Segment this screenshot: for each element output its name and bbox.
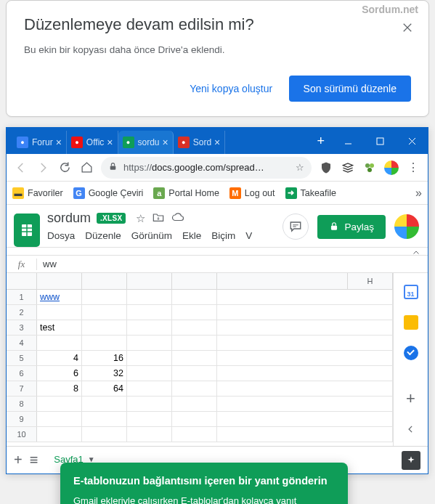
spreadsheet-grid[interactable]: H 1www23test45416663278648910 xyxy=(7,273,393,446)
menu-item[interactable]: Ekle xyxy=(182,230,201,241)
star-icon[interactable]: ☆ xyxy=(136,212,145,225)
cell[interactable] xyxy=(82,336,127,350)
explore-button[interactable] xyxy=(402,451,420,470)
cell[interactable] xyxy=(348,427,393,442)
cell[interactable]: 8 xyxy=(37,381,82,396)
cell[interactable] xyxy=(348,381,393,396)
cell[interactable] xyxy=(127,336,172,350)
cell[interactable] xyxy=(172,290,217,304)
browser-tab[interactable]: ●Forur× xyxy=(12,131,67,154)
row-header[interactable]: 4 xyxy=(7,336,37,350)
cell[interactable] xyxy=(172,381,217,396)
cell[interactable] xyxy=(217,366,348,381)
close-tab-icon[interactable]: × xyxy=(163,137,168,148)
browser-menu-button[interactable]: ⋮ xyxy=(403,158,423,178)
cell[interactable] xyxy=(217,320,348,335)
row-header[interactable]: 6 xyxy=(7,366,37,381)
cell[interactable] xyxy=(348,397,393,411)
cell[interactable] xyxy=(82,397,127,411)
star-icon[interactable]: ☆ xyxy=(296,162,304,173)
close-tab-icon[interactable]: × xyxy=(56,137,62,148)
cell[interactable] xyxy=(127,366,172,381)
reload-button[interactable] xyxy=(54,158,75,178)
cell[interactable] xyxy=(127,351,172,365)
keep-icon[interactable] xyxy=(404,315,418,330)
column-header[interactable] xyxy=(217,273,348,289)
row-header[interactable]: 7 xyxy=(7,381,37,396)
extension-icon[interactable] xyxy=(362,160,378,176)
cell[interactable] xyxy=(82,290,127,304)
cell[interactable] xyxy=(217,305,348,320)
close-tab-icon[interactable]: × xyxy=(214,137,220,148)
address-bar[interactable]: https://docs.google.com/spread… ☆ xyxy=(101,157,312,179)
cell[interactable] xyxy=(217,397,348,411)
column-header[interactable] xyxy=(37,273,82,289)
cell[interactable] xyxy=(127,427,172,442)
new-copy-button[interactable]: Yeni kopya oluştur xyxy=(179,76,282,102)
cell[interactable] xyxy=(348,320,393,335)
cell[interactable] xyxy=(172,366,217,381)
cell[interactable] xyxy=(82,305,127,320)
share-button[interactable]: Paylaş xyxy=(317,215,386,239)
cell[interactable] xyxy=(217,381,348,396)
menu-item[interactable]: Görünüm xyxy=(131,230,172,241)
row-header[interactable]: 10 xyxy=(7,427,37,442)
cell[interactable] xyxy=(217,412,348,426)
cell[interactable]: www xyxy=(37,290,82,304)
column-header[interactable] xyxy=(127,273,172,289)
cell[interactable] xyxy=(127,381,172,396)
close-tab-icon[interactable]: × xyxy=(107,137,113,148)
collapse-panel-icon[interactable] xyxy=(406,424,416,437)
new-tab-button[interactable]: + xyxy=(309,129,332,153)
cell[interactable] xyxy=(348,305,393,320)
browser-tab[interactable]: ●sordu× xyxy=(118,131,174,154)
cell[interactable] xyxy=(37,336,82,350)
row-header[interactable]: 9 xyxy=(7,412,37,426)
row-header[interactable]: 1 xyxy=(7,290,37,304)
cell[interactable] xyxy=(127,412,172,426)
bookmark-item[interactable]: ➜Takeafile xyxy=(285,187,336,199)
formula-input[interactable]: ww xyxy=(37,259,57,269)
cell[interactable] xyxy=(217,427,348,442)
bookmark-item[interactable]: MLog out xyxy=(229,187,275,199)
home-button[interactable] xyxy=(76,158,97,178)
cell[interactable] xyxy=(217,336,348,350)
cell[interactable] xyxy=(172,320,217,335)
maximize-button[interactable] xyxy=(364,128,396,154)
bookmark-item[interactable]: aPortal Home xyxy=(153,187,219,199)
cell[interactable] xyxy=(172,351,217,365)
comments-button[interactable] xyxy=(282,214,309,240)
document-title[interactable]: sordum xyxy=(47,211,91,226)
cell[interactable] xyxy=(82,427,127,442)
menu-item[interactable]: V xyxy=(245,230,252,241)
cell[interactable] xyxy=(172,412,217,426)
cell[interactable] xyxy=(82,412,127,426)
cell[interactable] xyxy=(348,366,393,381)
chevron-up-icon[interactable] xyxy=(412,247,420,260)
cell[interactable] xyxy=(127,397,172,411)
sheets-logo-icon[interactable] xyxy=(14,214,40,247)
calendar-icon[interactable]: 31 xyxy=(404,285,418,299)
column-header[interactable]: H xyxy=(348,273,393,289)
close-window-button[interactable] xyxy=(396,128,428,154)
edit-latest-button[interactable]: Son sürümü düzenle xyxy=(289,76,411,102)
cloud-icon[interactable] xyxy=(171,212,184,225)
cell[interactable]: 32 xyxy=(82,366,127,381)
all-sheets-button[interactable]: ≡ xyxy=(30,452,38,468)
row-header[interactable]: 2 xyxy=(7,305,37,320)
cell[interactable] xyxy=(172,336,217,350)
row-header[interactable]: 5 xyxy=(7,351,37,365)
buffer-icon[interactable] xyxy=(340,160,356,176)
menu-item[interactable]: Dosya xyxy=(47,230,75,241)
move-icon[interactable] xyxy=(153,212,164,225)
cell[interactable] xyxy=(37,305,82,320)
cell[interactable] xyxy=(172,397,217,411)
cell[interactable] xyxy=(348,290,393,304)
bookmark-item[interactable]: ▬Favoriler xyxy=(12,187,63,199)
cell[interactable] xyxy=(217,351,348,365)
row-header[interactable]: 8 xyxy=(7,397,37,411)
browser-tab[interactable]: ●Sord× xyxy=(174,131,226,154)
tasks-icon[interactable] xyxy=(404,346,418,360)
cell[interactable] xyxy=(37,412,82,426)
forward-button[interactable] xyxy=(33,158,53,178)
